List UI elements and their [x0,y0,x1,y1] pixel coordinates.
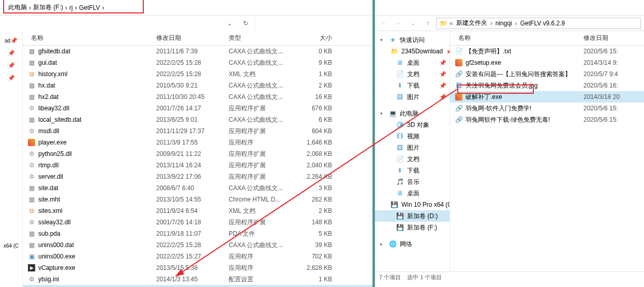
file-name: player.exe [38,139,156,146]
col-date[interactable]: 修改日期 [156,34,229,42]
tree-item[interactable]: 🖥 桌面 [375,188,450,199]
tree-item[interactable]: 🖥 桌面 📌 [375,57,450,68]
tree-item[interactable]: ⬇ 下载 📌 [375,80,450,91]
file-row[interactable]: 破解补丁.exe 2014/3/18 20:51 应用程序 977 KB [23,285,372,287]
breadcrumb-right[interactable]: 📁 « 新建文件夹› ningqi› GetFLV v9.6.2.9 [436,18,641,29]
file-size: 3 KB [296,184,332,192]
file-row[interactable]: ▦ site.mht 2013/10/5 14:55 Chrome HTML D… [23,194,372,205]
file-row[interactable]: 🔗 羽兔网软件下载-绿色免费无毒! 2020/5/6 15: [450,114,644,125]
file-row[interactable]: ▦ gui.dat 2022/2/25 15:28 CAXA 公式曲线文... … [23,57,372,68]
tree-item[interactable]: ▸ 🌐 网络 [375,238,450,250]
file-row[interactable]: gf2setup.exe 2014/3/14 9: [450,57,644,68]
tree-item[interactable]: ⬇ 下载 [375,165,450,176]
back-button[interactable]: ← [378,17,391,30]
file-row[interactable]: ⚙ libeay32.dll 2001/7/26 14:17 应用程序扩展 67… [23,103,372,114]
expand-icon[interactable]: ▾ [380,111,385,116]
col-date[interactable]: 修改日期 [583,34,640,42]
file-type: 应用程序扩展 [229,218,296,227]
file-date: 2008/6/7 6:40 [156,184,229,192]
tree-item[interactable]: 📄 文档 [375,153,450,165]
tree-item[interactable]: 🎞 视频 [375,131,450,142]
doc-icon: 📄 [396,155,404,163]
tree-item[interactable]: 🧊 3D 对象 [375,119,450,131]
file-row[interactable]: ⚙ server.dll 2013/9/22 17:06 应用程序扩展 2,26… [23,171,372,182]
quick-item[interactable]: 📌 [0,59,22,71]
file-row[interactable]: 破解补丁.exe 2014/3/18 20 [450,91,644,103]
tree-item[interactable]: 📄 文档 📌 [375,68,450,80]
file-row[interactable]: ⚙ ssleay32.dll 2001/7/26 14:18 应用程序扩展 14… [23,217,372,228]
file-row[interactable]: ▦ site.dat 2008/6/7 6:40 CAXA 公式曲线文... 3… [23,182,372,194]
file-row[interactable]: ⧉ sites.xml 2011/9/24 6:54 XML 文档 2 KB [23,205,372,217]
refresh-icon[interactable]: ↻ [239,17,252,30]
tree-item[interactable]: 💾 新加卷 (D:) [375,210,450,222]
tree-item[interactable]: 🖼 图片 📌 [375,91,450,103]
file-row[interactable]: ⚙ rtmp.dll 2013/11/4 16:24 应用程序扩展 2,040 … [23,160,372,171]
up-button[interactable]: ↑ [422,17,434,30]
breadcrumb-seg[interactable]: GetFLV v9.6.2.9 [519,20,566,27]
tree-item[interactable]: 🖼 图片 [375,142,450,153]
file-row[interactable]: ⚙ msdl.dll 2011/11/29 17:37 应用程序扩展 604 K… [23,125,372,137]
breadcrumb-seg[interactable]: GetFLV [79,4,100,11]
tree-item[interactable]: ▾ 💻 此电脑 [375,108,450,119]
content-left: ad📌 📌 📌 📌 x64 (C 名称 修改日期 类型 大小 ▦ gfsited… [0,31,372,287]
tree-label: 桌面 [407,189,420,198]
file-row[interactable]: ⧉ history.xml 2022/2/25 15:28 XML 文档 1 K… [23,68,372,80]
file-size: 604 KB [296,127,332,135]
tree-item[interactable]: 💾 Win 10 Pro x64 (C [375,199,450,210]
tree-item[interactable]: 📁 2345Download 📌 [375,46,450,57]
file-name: gf2setup.exe [466,59,583,66]
recent-dropdown[interactable]: ⌄ [407,17,420,30]
file-name: local_sitedb.dat [38,116,156,123]
file-size: 148 KB [296,219,332,226]
file-row[interactable]: 🔗 羽兔网-软件入门免费学! 2020/5/6 15: [450,103,644,114]
file-row[interactable]: 🔗 安装有问题---【上羽兔问答搜索答案】 2020/5/7 9:4 [450,68,644,80]
nav-tree[interactable]: ▾ ★ 快速访问 📁 2345Download 📌 🖥 桌面 📌 📄 文档 📌 … [375,31,450,271]
file-row[interactable]: ⚙ python25.dll 2009/9/21 11:22 应用程序扩展 2,… [23,148,372,160]
quick-item[interactable]: ad📌 [0,34,22,47]
file-row[interactable]: 📄 【免责声明】.txt 2020/5/6 15: [450,46,644,57]
tree-label: 下载 [407,81,420,90]
file-row[interactable]: ▦ hx.dat 2010/5/30 9:21 CAXA 公式曲线文... 2 … [23,80,372,91]
file-row[interactable]: ▶ vCapture.exe 2013/5/15 5:38 应用程序 2,628… [23,262,372,274]
file-row[interactable]: ▦ gfsitedb.dat 2011/11/6 7:39 CAXA 公式曲线文… [23,46,372,57]
file-row[interactable]: ▣ unins000.exe 2022/2/25 15:27 应用程序 702 … [23,251,372,262]
dropdown-icon[interactable]: ⌄ [223,17,236,30]
breadcrumb-seg[interactable]: rj [69,4,73,11]
file-list[interactable]: 📄 【免责声明】.txt 2020/5/6 15: gf2setup.exe 2… [450,46,644,271]
breadcrumb-seg[interactable]: 新加卷 (F:) [33,3,63,12]
breadcrumb-seg[interactable]: ningqi [495,20,513,27]
breadcrumb-seg[interactable]: 新建文件夹 [455,19,488,27]
file-row[interactable]: ▦ hx2.dat 2011/10/30 20:45 CAXA 公式曲线文...… [23,91,372,103]
dll-icon: ⚙ [27,173,36,181]
file-row[interactable]: 🖼 关注羽兔网免费送会员.jpg 2020/5/6 16: [450,80,644,91]
file-row[interactable]: ▦ local_sitedb.dat 2013/6/25 9:01 CAXA 公… [23,114,372,125]
quick-item[interactable]: 📌 [0,71,22,84]
file-row[interactable]: player.exe 2011/3/9 17:55 应用程序 1,646 KB [23,137,372,148]
breadcrumb-seg[interactable]: 此电脑 [8,3,27,12]
file-name: 羽兔网软件下载-绿色免费无毒! [466,116,583,124]
quick-item[interactable]: 📌 [0,47,22,59]
forward-button[interactable]: → [393,17,405,30]
col-name[interactable]: 名称 [27,34,156,42]
tree-item[interactable]: ▾ ★ 快速访问 [375,34,450,46]
file-date: 2014/3/14 9: [583,59,640,66]
col-type[interactable]: 类型 [229,34,296,42]
col-size[interactable]: 大小 [296,34,332,42]
file-list[interactable]: ▦ gfsitedb.dat 2011/11/6 7:39 CAXA 公式曲线文… [23,46,372,287]
exe-icon: ▣ [27,252,36,261]
file-row[interactable]: ▦ unins000.dat 2022/2/25 15:28 CAXA 公式曲线… [23,239,372,251]
column-headers: 名称 修改日期 [450,31,644,46]
quick-item[interactable]: x64 (C [0,239,22,252]
expand-icon[interactable]: ▾ [380,37,385,42]
pin-icon: 📌 [439,60,446,66]
file-date: 2013/11/4 16:24 [156,162,229,169]
file-name: 安装有问题---【上羽兔问答搜索答案】 [466,70,583,79]
file-row[interactable]: ▦ sub.pda 2011/9/18 11:07 PDA 文件 5 KB [23,228,372,239]
exe_dark-icon: ▶ [27,264,36,272]
expand-icon[interactable]: ▸ [380,241,385,247]
tree-item[interactable]: 🎵 音乐 [375,176,450,188]
tree-item[interactable]: 💾 新加卷 (F:) [375,222,450,233]
file-row[interactable]: ⚙ ytsig.ini 2014/1/3 13:45 配置设置 1 KB [23,274,372,285]
toolbar-left: ⌄ ↻ [0,16,372,31]
col-name[interactable]: 名称 [454,34,583,42]
